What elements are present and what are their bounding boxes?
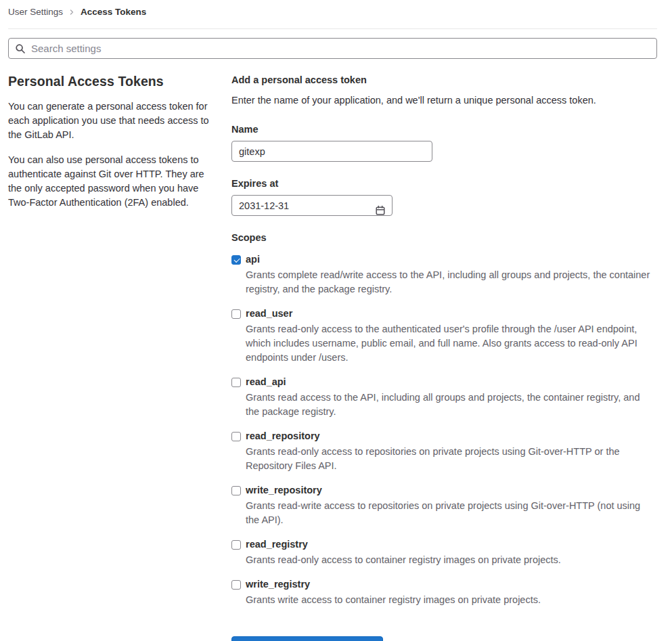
scope-description: Grants read-only access to container reg… xyxy=(246,553,656,567)
create-token-button[interactable]: Create personal access token xyxy=(231,636,383,641)
settings-page: User Settings Access Tokens Personal Acc… xyxy=(0,0,672,641)
scope-label: api xyxy=(246,253,260,266)
scope-description: Grants read-write access to repositories… xyxy=(246,499,656,527)
form-description: Enter the name of your application, and … xyxy=(231,93,657,108)
scope-description: Grants complete read/write access to the… xyxy=(246,268,656,296)
expires-at-label: Expires at xyxy=(231,177,657,190)
chevron-right-icon xyxy=(69,9,74,15)
scope-checkbox[interactable] xyxy=(231,432,241,441)
search-icon xyxy=(15,43,26,54)
section-description-column: Personal Access Tokens You can generate … xyxy=(8,71,219,641)
content-columns: Personal Access Tokens You can generate … xyxy=(8,71,657,641)
scope-label: write_registry xyxy=(246,578,310,591)
token-form-column: Add a personal access token Enter the na… xyxy=(231,71,657,641)
scope-item: write_registry Grants write access to co… xyxy=(231,578,657,607)
section-paragraph-2: You can also use personal access tokens … xyxy=(8,153,219,210)
scope-checkbox[interactable] xyxy=(231,540,241,550)
scope-checkbox[interactable] xyxy=(231,378,241,387)
scope-checkbox[interactable] xyxy=(231,486,241,495)
scope-item: write_repository Grants read-write acces… xyxy=(231,484,657,527)
scope-label: read_api xyxy=(246,376,286,389)
scope-item: api Grants complete read/write access to… xyxy=(231,253,657,296)
scope-item: read_user Grants read-only access to the… xyxy=(231,307,657,365)
scope-item: read_repository Grants read-only access … xyxy=(231,430,657,473)
calendar-icon[interactable] xyxy=(375,205,386,216)
expires-at-input[interactable] xyxy=(231,195,393,216)
scope-item: read_registry Grants read-only access to… xyxy=(231,538,657,567)
search-input[interactable] xyxy=(8,38,657,59)
breadcrumb: User Settings Access Tokens xyxy=(8,0,657,19)
scope-label: read_registry xyxy=(246,538,308,551)
name-label: Name xyxy=(231,123,657,136)
scope-checkbox[interactable] xyxy=(231,255,241,265)
scope-row[interactable]: write_registry xyxy=(231,578,657,591)
scope-row[interactable]: api xyxy=(231,253,657,266)
scope-label: write_repository xyxy=(246,484,322,497)
breadcrumb-user-settings[interactable]: User Settings xyxy=(8,5,63,19)
form-title: Add a personal access token xyxy=(231,74,657,87)
search-settings xyxy=(8,38,657,59)
section-paragraph-1: You can generate a personal access token… xyxy=(8,100,219,142)
scope-row[interactable]: read_api xyxy=(231,376,657,389)
scope-row[interactable]: write_repository xyxy=(231,484,657,497)
scope-description: Grants write access to container registr… xyxy=(246,593,656,607)
scope-description: Grants read-only access to repositories … xyxy=(246,445,656,473)
scope-row[interactable]: read_registry xyxy=(231,538,657,551)
scope-item: read_api Grants read access to the API, … xyxy=(231,376,657,419)
scope-row[interactable]: read_user xyxy=(231,307,657,320)
scope-row[interactable]: read_repository xyxy=(231,430,657,443)
token-name-input[interactable] xyxy=(231,141,432,162)
header-divider xyxy=(8,28,657,29)
scope-label: read_user xyxy=(246,307,292,320)
breadcrumb-access-tokens: Access Tokens xyxy=(81,5,146,19)
scope-label: read_repository xyxy=(246,430,320,443)
scope-description: Grants read-only access to the authentic… xyxy=(246,322,656,365)
scope-description: Grants read access to the API, including… xyxy=(246,391,656,419)
expires-at-field xyxy=(231,195,393,216)
scope-checkbox[interactable] xyxy=(231,309,241,319)
scopes-list: api Grants complete read/write access to… xyxy=(231,253,657,607)
page-title: Personal Access Tokens xyxy=(8,73,219,89)
scopes-label: Scopes xyxy=(231,231,657,244)
scope-checkbox[interactable] xyxy=(231,580,241,590)
